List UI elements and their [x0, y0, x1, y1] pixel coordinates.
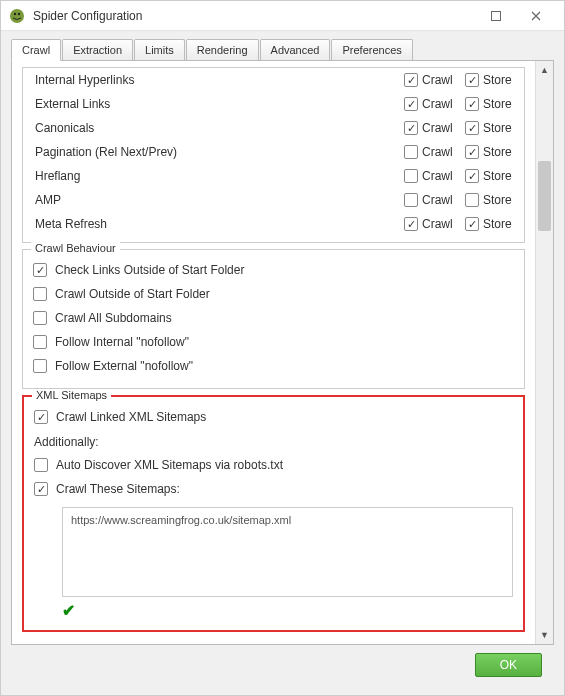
- behaviour-option[interactable]: Check Links Outside of Start Folder: [33, 258, 514, 282]
- link-row-label: External Links: [35, 97, 396, 111]
- store-checkbox-col: Store: [465, 97, 518, 111]
- crawl-col-label: Crawl: [422, 193, 457, 207]
- store-checkbox[interactable]: [465, 97, 479, 111]
- tab-bar: Crawl Extraction Limits Rendering Advanc…: [11, 39, 554, 61]
- crawl-checkbox[interactable]: [404, 193, 418, 207]
- svg-point-0: [10, 9, 24, 23]
- checkbox[interactable]: [34, 458, 48, 472]
- svg-rect-3: [492, 11, 501, 20]
- sitemap-url-textarea[interactable]: https://www.screamingfrog.co.uk/sitemap.…: [62, 507, 513, 597]
- crawl-col-label: Crawl: [422, 73, 457, 87]
- tab-extraction[interactable]: Extraction: [62, 39, 133, 60]
- crawl-linked-sitemaps-option[interactable]: Crawl Linked XML Sitemaps: [34, 405, 513, 429]
- additionally-label: Additionally:: [34, 429, 513, 453]
- crawl-checkbox[interactable]: [404, 73, 418, 87]
- store-checkbox[interactable]: [465, 169, 479, 183]
- sitemap-valid-indicator: ✔: [62, 597, 513, 620]
- store-checkbox[interactable]: [465, 121, 479, 135]
- checkmark-icon: ✔: [62, 602, 75, 619]
- link-row: External LinksCrawlStore: [23, 92, 524, 116]
- option-label: Follow External "nofollow": [55, 359, 193, 373]
- option-label: Check Links Outside of Start Folder: [55, 263, 244, 277]
- link-row: CanonicalsCrawlStore: [23, 116, 524, 140]
- behaviour-option[interactable]: Follow External "nofollow": [33, 354, 514, 378]
- dialog-window: Spider Configuration Crawl Extraction Li…: [0, 0, 565, 696]
- link-row-label: Pagination (Rel Next/Prev): [35, 145, 396, 159]
- crawl-col-label: Crawl: [422, 97, 457, 111]
- option-label: Crawl Linked XML Sitemaps: [56, 410, 206, 424]
- store-col-label: Store: [483, 193, 518, 207]
- option-label: Crawl These Sitemaps:: [56, 482, 180, 496]
- crawl-checkbox[interactable]: [404, 121, 418, 135]
- store-col-label: Store: [483, 121, 518, 135]
- store-checkbox-col: Store: [465, 217, 518, 231]
- store-checkbox[interactable]: [465, 145, 479, 159]
- store-col-label: Store: [483, 217, 518, 231]
- checkbox[interactable]: [33, 311, 47, 325]
- titlebar: Spider Configuration: [1, 1, 564, 31]
- tab-preferences[interactable]: Preferences: [331, 39, 412, 60]
- store-checkbox[interactable]: [465, 217, 479, 231]
- link-row-label: Hreflang: [35, 169, 396, 183]
- crawl-col-label: Crawl: [422, 169, 457, 183]
- content-area: Crawl Extraction Limits Rendering Advanc…: [1, 31, 564, 695]
- option-label: Crawl All Subdomains: [55, 311, 172, 325]
- maximize-button[interactable]: [476, 2, 516, 30]
- behaviour-option[interactable]: Follow Internal "nofollow": [33, 330, 514, 354]
- link-row-label: Canonicals: [35, 121, 396, 135]
- crawl-behaviour-fieldset: Crawl Behaviour Check Links Outside of S…: [22, 249, 525, 389]
- store-checkbox[interactable]: [465, 73, 479, 87]
- crawl-checkbox-col: Crawl: [404, 121, 457, 135]
- behaviour-option[interactable]: Crawl All Subdomains: [33, 306, 514, 330]
- close-button[interactable]: [516, 2, 556, 30]
- crawl-these-sitemaps-option[interactable]: Crawl These Sitemaps:: [34, 477, 513, 501]
- crawl-checkbox-col: Crawl: [404, 169, 457, 183]
- checkbox[interactable]: [33, 359, 47, 373]
- option-label: Crawl Outside of Start Folder: [55, 287, 210, 301]
- store-col-label: Store: [483, 73, 518, 87]
- link-row-label: Internal Hyperlinks: [35, 73, 396, 87]
- checkbox[interactable]: [33, 263, 47, 277]
- tab-advanced[interactable]: Advanced: [260, 39, 331, 60]
- link-row: Pagination (Rel Next/Prev)CrawlStore: [23, 140, 524, 164]
- link-row-label: AMP: [35, 193, 396, 207]
- tab-limits[interactable]: Limits: [134, 39, 185, 60]
- auto-discover-sitemaps-option[interactable]: Auto Discover XML Sitemaps via robots.tx…: [34, 453, 513, 477]
- vertical-scrollbar[interactable]: ▲ ▼: [535, 61, 553, 644]
- scroll-thumb[interactable]: [538, 161, 551, 231]
- store-checkbox-col: Store: [465, 73, 518, 87]
- checkbox[interactable]: [34, 482, 48, 496]
- link-row: AMPCrawlStore: [23, 188, 524, 212]
- dialog-footer: OK: [11, 645, 554, 685]
- tab-panel: Internal HyperlinksCrawlStoreExternal Li…: [11, 61, 554, 645]
- option-label: Auto Discover XML Sitemaps via robots.tx…: [56, 458, 283, 472]
- tab-crawl[interactable]: Crawl: [11, 39, 61, 61]
- link-row-label: Meta Refresh: [35, 217, 396, 231]
- crawl-checkbox[interactable]: [404, 145, 418, 159]
- crawl-checkbox-col: Crawl: [404, 97, 457, 111]
- crawl-checkbox[interactable]: [404, 217, 418, 231]
- scroll-content: Internal HyperlinksCrawlStoreExternal Li…: [12, 61, 535, 644]
- store-checkbox-col: Store: [465, 121, 518, 135]
- checkbox[interactable]: [33, 335, 47, 349]
- checkbox[interactable]: [33, 287, 47, 301]
- behaviour-option[interactable]: Crawl Outside of Start Folder: [33, 282, 514, 306]
- crawl-col-label: Crawl: [422, 217, 457, 231]
- option-label: Follow Internal "nofollow": [55, 335, 189, 349]
- link-row: Internal HyperlinksCrawlStore: [23, 68, 524, 92]
- crawl-checkbox[interactable]: [404, 97, 418, 111]
- checkbox[interactable]: [34, 410, 48, 424]
- svg-point-1: [14, 12, 16, 14]
- store-checkbox-col: Store: [465, 193, 518, 207]
- crawl-checkbox[interactable]: [404, 169, 418, 183]
- fieldset-title: XML Sitemaps: [32, 389, 111, 401]
- store-checkbox-col: Store: [465, 145, 518, 159]
- app-icon: [9, 8, 25, 24]
- store-col-label: Store: [483, 169, 518, 183]
- tab-rendering[interactable]: Rendering: [186, 39, 259, 60]
- ok-button[interactable]: OK: [475, 653, 542, 677]
- scroll-down-arrow[interactable]: ▼: [536, 626, 553, 644]
- store-checkbox[interactable]: [465, 193, 479, 207]
- store-col-label: Store: [483, 97, 518, 111]
- scroll-up-arrow[interactable]: ▲: [536, 61, 553, 79]
